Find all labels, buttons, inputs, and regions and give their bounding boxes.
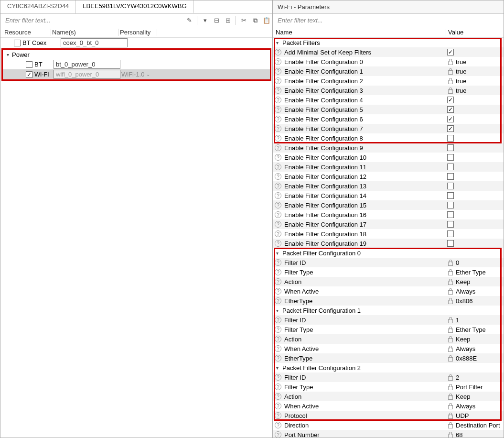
param-row[interactable]: Enable Filter Configuration 13 (273, 181, 504, 191)
help-icon[interactable] (275, 259, 281, 266)
help-icon[interactable] (275, 383, 281, 390)
help-icon[interactable] (275, 58, 281, 65)
help-icon[interactable] (275, 240, 281, 247)
funnel-icon[interactable]: ▾ (201, 17, 209, 24)
help-icon[interactable] (275, 211, 281, 218)
param-row[interactable]: Filter TypePort Filter (273, 382, 504, 392)
checkbox[interactable] (447, 173, 454, 180)
collapse-icon[interactable]: ⊟ (213, 17, 220, 24)
help-icon[interactable] (275, 317, 281, 323)
chevron-down-icon[interactable]: ▾ (275, 365, 279, 371)
checkbox[interactable] (447, 106, 454, 113)
help-icon[interactable] (275, 97, 281, 103)
help-icon[interactable] (275, 173, 281, 180)
param-row[interactable]: Enable Filter Configuration 7 (273, 124, 504, 133)
col-name[interactable]: Name (276, 29, 446, 36)
param-row[interactable]: When ActiveAlways (273, 344, 504, 353)
chevron-down-icon[interactable]: ▾ (275, 251, 279, 256)
help-icon[interactable] (275, 221, 281, 228)
checkbox[interactable] (447, 49, 454, 55)
param-row[interactable]: Filter ID0 (273, 258, 504, 267)
chevron-down-icon[interactable]: ▾ (275, 40, 279, 45)
checkbox[interactable] (447, 135, 454, 142)
param-row[interactable]: ActionKeep (273, 392, 504, 401)
param-row[interactable]: Enable Filter Configuration 17 (273, 219, 504, 229)
col-names[interactable]: Name(s) (51, 29, 119, 36)
param-row[interactable]: EtherType0x888E (273, 353, 504, 363)
help-icon[interactable] (275, 269, 281, 275)
help-icon[interactable] (275, 68, 281, 75)
row-bt[interactable]: BT (3, 59, 270, 69)
checkbox[interactable] (447, 116, 454, 122)
param-row[interactable]: Filter ID1 (273, 315, 504, 325)
help-icon[interactable] (275, 164, 281, 170)
param-row[interactable]: Enable Filter Configuration 18 (273, 229, 504, 239)
help-icon[interactable] (275, 297, 281, 304)
param-row[interactable]: When ActiveAlways (273, 401, 504, 411)
param-row[interactable]: Enable Filter Configuration 10 (273, 153, 504, 162)
checkbox[interactable] (447, 125, 454, 132)
param-row[interactable]: Enable Filter Configuration 12 (273, 172, 504, 181)
tab-device-1[interactable]: CY8C624ABZI-S2D44 (0, 0, 76, 13)
checkbox[interactable] (447, 183, 454, 189)
param-row[interactable]: DirectionDestination Port (273, 420, 504, 430)
param-row[interactable]: Enable Filter Configuration 11 (273, 162, 504, 172)
clear-filter-icon[interactable]: ✎ (185, 17, 193, 24)
checkbox[interactable] (447, 97, 454, 103)
param-row[interactable]: Enable Filter Configuration 5 (273, 105, 504, 114)
param-row[interactable]: Enable Filter Configuration 15 (273, 200, 504, 210)
help-icon[interactable] (275, 288, 281, 295)
col-personality[interactable]: Personality (119, 29, 157, 36)
help-icon[interactable] (275, 412, 281, 419)
cut-icon[interactable]: ✂ (240, 17, 247, 24)
help-icon[interactable] (275, 87, 281, 94)
help-icon[interactable] (275, 326, 281, 333)
category-power[interactable]: ▾ Power (3, 50, 270, 59)
param-row[interactable]: Enable Filter Configuration 0true (273, 57, 504, 66)
col-resource[interactable]: Resource (3, 29, 51, 36)
help-icon[interactable] (275, 183, 281, 189)
help-icon[interactable] (275, 106, 281, 113)
help-icon[interactable] (275, 77, 281, 84)
checkbox[interactable] (447, 240, 454, 247)
help-icon[interactable] (275, 345, 281, 352)
help-icon[interactable] (275, 393, 281, 400)
filter-input-left[interactable] (2, 15, 182, 26)
param-row[interactable]: EtherType0x806 (273, 296, 504, 306)
checkbox[interactable] (447, 211, 454, 218)
col-value[interactable]: Value (446, 29, 504, 36)
personality-wifi[interactable]: WiFi-1.0⌄ (120, 71, 163, 78)
help-icon[interactable] (275, 144, 281, 151)
param-row[interactable]: Enable Filter Configuration 3true (273, 86, 504, 95)
checkbox-btcoex[interactable] (14, 40, 21, 46)
param-row[interactable]: Filter ID2 (273, 372, 504, 382)
name-bt[interactable] (54, 60, 120, 69)
param-row[interactable]: ProtocolUDP (273, 411, 504, 420)
chevron-down-icon[interactable]: ▾ (275, 308, 279, 313)
param-row[interactable]: Enable Filter Configuration 9 (273, 143, 504, 153)
row-wifi[interactable]: Wi-Fi WiFi-1.0⌄ (3, 69, 270, 79)
checkbox[interactable] (447, 221, 454, 228)
help-icon[interactable] (275, 278, 281, 285)
chevron-down-icon[interactable]: ▾ (5, 52, 10, 57)
help-icon[interactable] (275, 403, 281, 409)
help-icon[interactable] (275, 230, 281, 237)
param-row[interactable]: Enable Filter Configuration 19 (273, 239, 504, 248)
help-icon[interactable] (275, 374, 281, 381)
help-icon[interactable] (275, 154, 281, 161)
parameter-tree[interactable]: ▾Packet FiltersAdd Minimal Set of Keep F… (273, 38, 504, 438)
param-row[interactable]: ▾Packet Filters (273, 38, 504, 47)
checkbox[interactable] (447, 230, 454, 237)
param-row[interactable]: ▾Packet Filter Configuration 1 (273, 306, 504, 315)
help-icon[interactable] (275, 192, 281, 199)
param-row[interactable]: Enable Filter Configuration 1true (273, 66, 504, 76)
param-row[interactable]: ▾Packet Filter Configuration 2 (273, 363, 504, 372)
param-row[interactable]: Enable Filter Configuration 2true (273, 76, 504, 86)
filter-input-right[interactable] (275, 15, 502, 26)
param-row[interactable]: ActionKeep (273, 334, 504, 344)
help-icon[interactable] (275, 422, 281, 428)
copy-icon[interactable]: ⧉ (251, 17, 259, 24)
help-icon[interactable] (275, 336, 281, 342)
checkbox[interactable] (447, 164, 454, 170)
param-row[interactable]: ActionKeep (273, 277, 504, 286)
